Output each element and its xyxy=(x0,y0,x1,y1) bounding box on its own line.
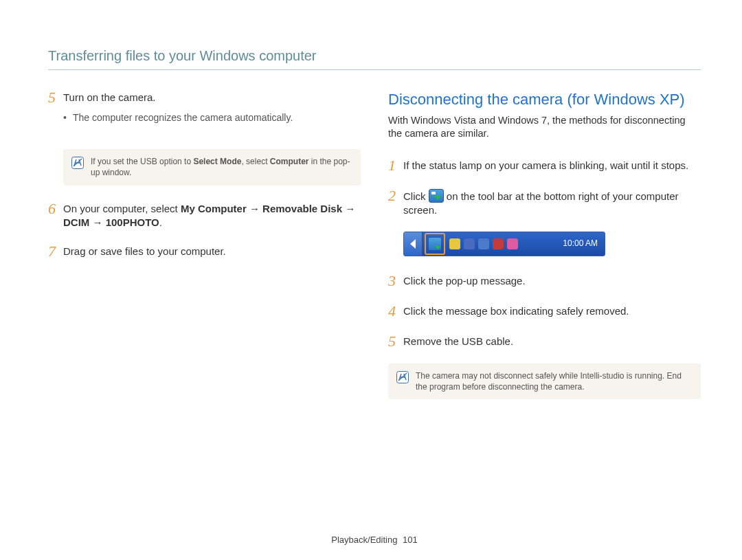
note-frag: , select xyxy=(241,157,269,166)
note-icon xyxy=(71,157,84,169)
step-bold: Removable Disk xyxy=(262,203,342,214)
step-6: 6 On your computer, select My Computer →… xyxy=(48,201,361,230)
step-text: Drag or save files to your computer. xyxy=(63,245,226,257)
note-text: If you set the USB option to Select Mode… xyxy=(91,156,352,178)
tray-icon xyxy=(449,238,460,249)
step-number: 2 xyxy=(388,188,403,218)
tray-safely-remove-highlight xyxy=(425,233,445,255)
sub-bullet: • The computer recognizes the camera aut… xyxy=(63,111,361,124)
step-frag: → xyxy=(247,203,262,214)
step-frag: . xyxy=(159,216,162,228)
page-header: Transferring files to your Windows compu… xyxy=(48,48,701,70)
safely-remove-icon xyxy=(429,189,444,203)
step-text: Click the pop-up message. xyxy=(403,273,701,289)
step-bold: 100PHOTO xyxy=(106,216,159,228)
step-1: 1 If the status lamp on your camera is b… xyxy=(388,157,701,174)
step-text: Click the message box indicating safely … xyxy=(403,303,701,320)
step-frag: On your computer, select xyxy=(63,203,181,214)
step-frag: Click xyxy=(403,190,429,202)
note-icon xyxy=(396,371,409,383)
section-intro: With Windows Vista and Windows 7, the me… xyxy=(388,114,701,141)
tray-icon xyxy=(507,238,518,249)
note-text: The camera may not disconnect safely whi… xyxy=(416,370,693,392)
tray-expand-arrow-icon xyxy=(404,232,423,256)
note-frag: If you set the USB option to xyxy=(91,157,193,166)
step-5r: 5 Remove the USB cable. xyxy=(388,333,701,350)
note-box-select-mode: If you set the USB option to Select Mode… xyxy=(63,149,361,185)
step-number: 1 xyxy=(388,157,403,174)
step-5: 5 Turn on the camera. • The computer rec… xyxy=(48,89,361,135)
right-column: Disconnecting the camera (for Windows XP… xyxy=(388,89,701,535)
note-bold: Select Mode xyxy=(193,157,241,166)
step-bold: My Computer xyxy=(181,203,247,214)
left-column: 5 Turn on the camera. • The computer rec… xyxy=(48,89,361,535)
step-2: 2 Click on the tool bar at the bottom ri… xyxy=(388,188,701,218)
sub-bullet-text: The computer recognizes the camera autom… xyxy=(73,111,293,124)
tray-clock: 10:00 AM xyxy=(563,238,605,249)
step-7: 7 Drag or save files to your computer. xyxy=(48,243,361,260)
step-body: Turn on the camera. • The computer recog… xyxy=(63,89,361,135)
step-body: Click on the tool bar at the bottom righ… xyxy=(403,188,701,218)
step-text: Remove the USB cable. xyxy=(403,333,701,350)
footer-page-number: 101 xyxy=(403,535,418,545)
section-heading: Disconnecting the camera (for Windows XP… xyxy=(388,89,701,110)
step-number: 7 xyxy=(48,243,63,260)
step-number: 6 xyxy=(48,201,63,230)
step-4: 4 Click the message box indicating safel… xyxy=(388,303,701,320)
tray-icon xyxy=(464,238,475,249)
tray-icon xyxy=(493,238,504,249)
note-box-intelli-studio: The camera may not disconnect safely whi… xyxy=(388,363,701,399)
system-tray-image: 10:00 AM xyxy=(403,232,605,256)
step-bold: DCIM xyxy=(63,216,89,228)
step-3: 3 Click the pop-up message. xyxy=(388,273,701,289)
footer-section: Playback/Editing xyxy=(331,535,397,545)
step-frag: → xyxy=(342,203,355,214)
step-number: 5 xyxy=(48,89,63,135)
step-text: If the status lamp on your camera is bli… xyxy=(403,157,701,174)
step-number: 3 xyxy=(388,273,403,289)
note-bold: Computer xyxy=(270,157,309,166)
step-body: On your computer, select My Computer → R… xyxy=(63,201,361,230)
step-frag: → xyxy=(89,216,105,228)
step-number: 5 xyxy=(388,333,403,350)
page-footer: Playback/Editing 101 xyxy=(48,535,701,560)
step-text: Turn on the camera. xyxy=(63,91,156,103)
step-number: 4 xyxy=(388,303,403,320)
tray-icon xyxy=(478,238,489,249)
tray-icons xyxy=(449,238,518,249)
step-body: Drag or save files to your computer. xyxy=(63,243,361,260)
step-frag: on the tool bar at the bottom right of y… xyxy=(403,190,679,216)
bullet-dot: • xyxy=(63,111,73,124)
